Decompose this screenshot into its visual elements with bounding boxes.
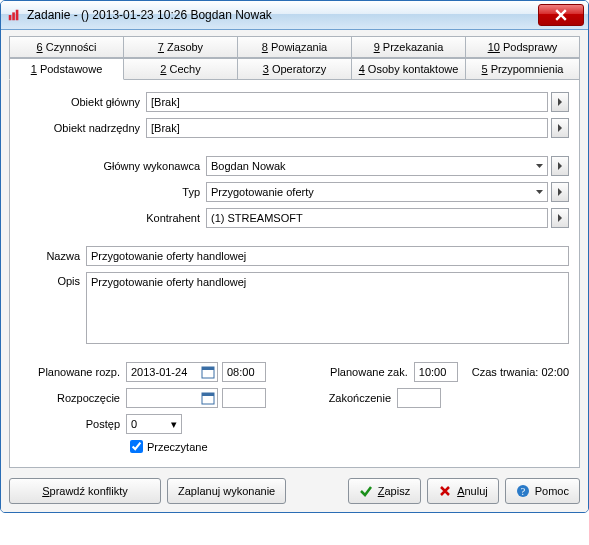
chevron-right-icon bbox=[557, 124, 563, 132]
label-zakonczenie: Zakończenie bbox=[301, 392, 397, 404]
chevron-right-icon bbox=[557, 98, 563, 106]
chevron-down-icon: ▾ bbox=[167, 418, 181, 431]
dialog-window: Zadanie - () 2013-01-23 10:26 Bogdan Now… bbox=[0, 0, 589, 513]
field-obiekt-nadrzedny[interactable]: [Brak] bbox=[146, 118, 548, 138]
lookup-kontrahent[interactable] bbox=[551, 208, 569, 228]
combo-postep-value: 0 bbox=[127, 418, 167, 430]
field-kontrahent[interactable]: (1) STREAMSOFT bbox=[206, 208, 548, 228]
label-glowny-wykonawca: Główny wykonawca bbox=[80, 160, 206, 172]
check-icon bbox=[359, 484, 373, 498]
tab-strip: 6 Czynności 7 Zasoby 8 Powiązania 9 Prze… bbox=[9, 36, 580, 80]
tab-zasoby[interactable]: 7 Zasoby bbox=[123, 36, 238, 58]
calendar-icon bbox=[201, 391, 215, 405]
button-anuluj[interactable]: Anuluj bbox=[427, 478, 499, 504]
label-obiekt-glowny: Obiekt główny bbox=[20, 96, 146, 108]
combo-postep[interactable]: 0 ▾ bbox=[126, 414, 182, 434]
chevron-down-icon bbox=[531, 157, 547, 175]
field-rozpoczecie-date[interactable] bbox=[126, 388, 218, 408]
svg-rect-6 bbox=[202, 393, 214, 396]
tab-operatorzy[interactable]: 3 Operatorzy bbox=[237, 58, 352, 80]
button-zapisz[interactable]: Zapisz bbox=[348, 478, 421, 504]
chevron-right-icon bbox=[557, 162, 563, 170]
lookup-obiekt-glowny[interactable] bbox=[551, 92, 569, 112]
tab-osoby-kontaktowe[interactable]: 4 Osoby kontaktowe bbox=[351, 58, 466, 80]
svg-rect-1 bbox=[12, 12, 15, 20]
field-rozpoczecie-time[interactable] bbox=[222, 388, 266, 408]
tab-powiazania[interactable]: 8 Powiązania bbox=[237, 36, 352, 58]
label-nazwa: Nazwa bbox=[20, 250, 86, 262]
svg-text:?: ? bbox=[521, 486, 526, 497]
svg-rect-4 bbox=[202, 367, 214, 370]
window-title: Zadanie - () 2013-01-23 10:26 Bogdan Now… bbox=[27, 8, 538, 22]
label-planowane-rozp: Planowane rozp. bbox=[20, 366, 126, 378]
tab-podstawowe[interactable]: 1 Podstawowe bbox=[9, 58, 124, 80]
field-nazwa[interactable]: Przygotowanie oferty handlowej bbox=[86, 246, 569, 266]
tab-row-primary: 1 Podstawowe 2 Cechy 3 Operatorzy 4 Osob… bbox=[9, 58, 580, 80]
titlebar: Zadanie - () 2013-01-23 10:26 Bogdan Now… bbox=[1, 1, 588, 30]
lookup-obiekt-nadrzedny[interactable] bbox=[551, 118, 569, 138]
calendar-button-rozp[interactable] bbox=[199, 363, 217, 381]
client-area: 6 Czynności 7 Zasoby 8 Powiązania 9 Prze… bbox=[1, 30, 588, 512]
label-planowane-zak: Planowane zak. bbox=[318, 366, 414, 378]
tab-podstawowe-panel: Obiekt główny [Brak] Obiekt nadrzędny [B… bbox=[9, 80, 580, 468]
label-typ: Typ bbox=[80, 186, 206, 198]
cancel-icon bbox=[438, 484, 452, 498]
label-czas-trwania: Czas trwania: 02:00 bbox=[472, 366, 569, 378]
field-planowane-zak-time[interactable]: 10:00 bbox=[414, 362, 458, 382]
svg-rect-2 bbox=[16, 10, 19, 21]
button-sprawdz-konflikty[interactable]: Sprawdź konflikty bbox=[9, 478, 161, 504]
label-kontrahent: Kontrahent bbox=[80, 212, 206, 224]
field-zakonczenie-time[interactable] bbox=[397, 388, 441, 408]
label-przeczytane: Przeczytane bbox=[147, 441, 208, 453]
app-icon bbox=[7, 8, 21, 22]
tab-cechy[interactable]: 2 Cechy bbox=[123, 58, 238, 80]
button-zaplanuj-wykonanie[interactable]: Zaplanuj wykonanie bbox=[167, 478, 286, 504]
chevron-right-icon bbox=[557, 188, 563, 196]
checkbox-przeczytane[interactable] bbox=[130, 440, 143, 453]
chevron-down-icon bbox=[531, 183, 547, 201]
help-icon: ? bbox=[516, 484, 530, 498]
tab-przypomnienia[interactable]: 5 Przypomnienia bbox=[465, 58, 580, 80]
combo-typ[interactable]: Przygotowanie oferty bbox=[206, 182, 548, 202]
tab-row-secondary: 6 Czynności 7 Zasoby 8 Powiązania 9 Prze… bbox=[9, 36, 580, 58]
textarea-opis[interactable] bbox=[86, 272, 569, 344]
label-obiekt-nadrzedny: Obiekt nadrzędny bbox=[20, 122, 146, 134]
label-postep: Postęp bbox=[20, 418, 126, 430]
close-button[interactable] bbox=[538, 4, 584, 26]
button-pomoc[interactable]: ? Pomoc bbox=[505, 478, 580, 504]
field-obiekt-glowny[interactable]: [Brak] bbox=[146, 92, 548, 112]
label-rozpoczecie: Rozpoczęcie bbox=[20, 392, 126, 404]
combo-glowny-wykonawca[interactable]: Bogdan Nowak bbox=[206, 156, 548, 176]
tab-podsprawy[interactable]: 10 Podsprawy bbox=[465, 36, 580, 58]
calendar-button-rozpoczecie[interactable] bbox=[199, 389, 217, 407]
tab-przekazania[interactable]: 9 Przekazania bbox=[351, 36, 466, 58]
lookup-typ[interactable] bbox=[551, 182, 569, 202]
chevron-right-icon bbox=[557, 214, 563, 222]
field-planowane-rozp-time[interactable]: 08:00 bbox=[222, 362, 266, 382]
combo-glowny-wykonawca-value: Bogdan Nowak bbox=[207, 160, 531, 172]
tab-czynnosci[interactable]: 6 Czynności bbox=[9, 36, 124, 58]
button-bar: Sprawdź konflikty Zaplanuj wykonanie Zap… bbox=[9, 478, 580, 504]
lookup-glowny-wykonawca[interactable] bbox=[551, 156, 569, 176]
planowane-rozp-date-value: 2013-01-24 bbox=[127, 366, 199, 378]
field-planowane-rozp-date[interactable]: 2013-01-24 bbox=[126, 362, 218, 382]
label-opis: Opis bbox=[20, 272, 86, 287]
svg-rect-0 bbox=[9, 15, 12, 20]
combo-typ-value: Przygotowanie oferty bbox=[207, 186, 531, 198]
calendar-icon bbox=[201, 365, 215, 379]
